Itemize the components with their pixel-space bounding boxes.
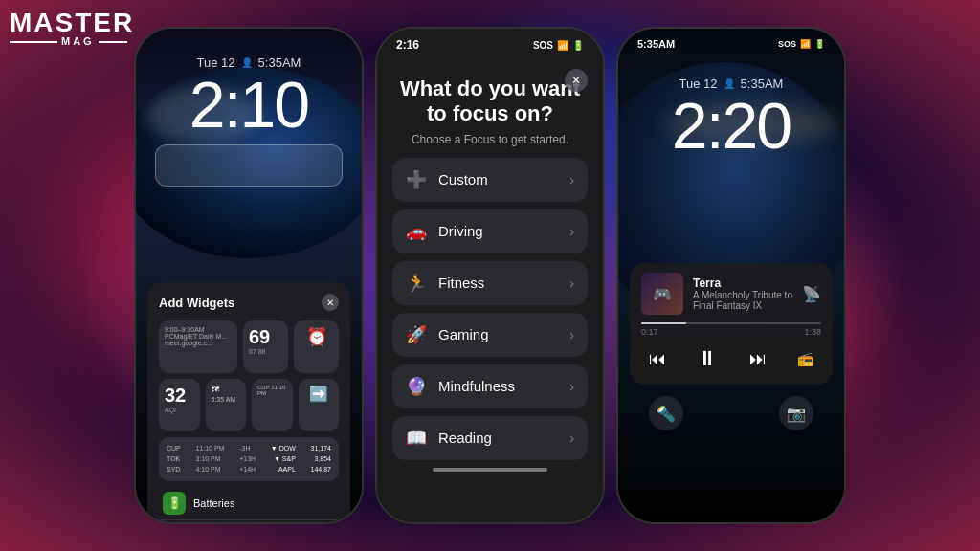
fitness-label: Fitness	[438, 275, 484, 291]
rewind-button[interactable]: ⏮	[649, 349, 666, 369]
custom-label: Custom	[438, 171, 488, 187]
phone2-signal: SOS	[533, 40, 553, 51]
custom-chevron: ›	[569, 172, 574, 187]
mindfulness-chevron: ›	[569, 379, 574, 394]
calendar-widget: 9:00–9:30AM PCMag/ET Daily M... meet.goo…	[159, 320, 237, 373]
phone1-widget-placeholder	[155, 144, 343, 187]
phone3-bottom-controls: 🔦 📷	[630, 385, 833, 442]
progress-total: 1:38	[804, 327, 821, 337]
close-focus-button[interactable]: ✕	[565, 69, 588, 92]
focus-item-fitness[interactable]: 🏃 Fitness ›	[392, 261, 588, 305]
event-url: meet.google.c...	[165, 340, 232, 346]
progress-fill	[641, 322, 686, 324]
progress-bar-container: 0:17 1:38	[641, 322, 821, 337]
batteries-icon: 🔋	[163, 492, 186, 515]
focus-item-gaming[interactable]: 🚀 Gaming ›	[392, 313, 588, 357]
phone-3: 5:35AM SOS 📶 🔋 Tue 12 👤 5:35AM 5:35AM 2:…	[616, 27, 846, 524]
phone3-status-icons: SOS 📶 🔋	[778, 39, 825, 49]
fast-forward-button[interactable]: ⏭	[749, 349, 767, 369]
player-controls: ⏮ ⏸ ⏭ 📻	[641, 342, 821, 375]
focus-item-mindfulness[interactable]: 🔮 Mindfulness ›	[392, 364, 588, 408]
airplay-speaker-button[interactable]: 📻	[797, 351, 813, 366]
gaming-chevron: ›	[569, 327, 574, 342]
reading-label: Reading	[438, 430, 492, 446]
phone2-time: 2:16	[396, 38, 419, 52]
progress-current: 0:17	[641, 327, 658, 337]
mindfulness-icon: 🔮	[406, 376, 427, 397]
phone-1: Tue 12 👤 5:35AM 2:10 Add Widgets ✕ 9:00–…	[134, 27, 364, 524]
phone3-status-time: 5:35AM	[637, 38, 675, 50]
temp-widget: 69 67 88	[243, 320, 288, 373]
panel-close-button[interactable]: ✕	[322, 294, 339, 311]
calendar-list-item[interactable]: 📅 Calendar	[159, 520, 339, 524]
song-info: Terra A Melancholy Tribute to Final Fant…	[693, 276, 792, 311]
stock-widget: CUP TOK SYD 11:10 PM 3:10 PM 4:10 PM -3H…	[159, 437, 339, 481]
focus-list: ➕ Custom › 🚗 Driving › 🏃 Fitness	[377, 158, 603, 460]
flashlight-button[interactable]: 🔦	[649, 396, 683, 430]
mastermag-logo: MASTER MAG	[10, 10, 134, 47]
focus-item-custom[interactable]: ➕ Custom ›	[392, 158, 588, 202]
mindfulness-label: Mindfulness	[438, 378, 515, 394]
batteries-list-item[interactable]: 🔋 Batteries	[159, 487, 339, 520]
airplay-button[interactable]: 📡	[802, 285, 821, 303]
phone-2: 2:16 SOS 📶 🔋 ✕ What do you want to focus…	[375, 27, 605, 524]
alarm-widget: ⏰	[294, 320, 339, 373]
now-playing-widget: 🎮 Terra A Melancholy Tribute to Final Fa…	[630, 263, 833, 385]
focus-subtitle: Choose a Focus to get started.	[396, 133, 584, 146]
focus-item-reading[interactable]: 📖 Reading ›	[392, 416, 588, 460]
phone3-date: Tue 12 👤 5:35AM 5:35AM	[630, 50, 833, 91]
song-title: Terra	[693, 276, 792, 290]
logo-master-text: MASTER	[10, 10, 134, 36]
aqi-widget: 32 AQI	[159, 379, 200, 431]
focus-title: What do you want to focus on?	[396, 77, 584, 127]
driving-icon: 🚗	[406, 221, 427, 242]
phone3-clock: 2:20	[630, 93, 833, 158]
driving-chevron: ›	[569, 224, 574, 239]
add-widgets-panel: Add Widgets ✕ 9:00–9:30AM PCMag/ET Daily…	[147, 282, 350, 524]
logo-mag-text: MAG	[61, 36, 95, 47]
phone2-status-bar: 2:16 SOS 📶 🔋	[377, 29, 603, 57]
gaming-icon: 🚀	[406, 324, 427, 345]
event-time: 9:00–9:30AM	[165, 326, 232, 333]
add-widgets-title: Add Widgets	[159, 296, 234, 310]
time-widget: 🗺 5:35 AM	[206, 379, 247, 431]
song-artist: A Melancholy Tribute to Final Fantasy IX	[693, 290, 792, 311]
fitness-icon: 🏃	[406, 273, 427, 294]
phone1-clock: 2:10	[147, 72, 350, 137]
gaming-label: Gaming	[438, 326, 489, 342]
progress-bar[interactable]	[641, 322, 821, 324]
cup-widget: CUP 11:10 PM	[252, 379, 293, 431]
event-title: PCMag/ET Daily M...	[165, 333, 232, 340]
home-indicator	[433, 468, 547, 472]
nav-widget: ➡️	[299, 379, 340, 431]
focus-item-driving[interactable]: 🚗 Driving ›	[392, 209, 588, 253]
batteries-label: Batteries	[193, 497, 234, 509]
phone1-date: Tue 12 👤 5:35AM	[147, 29, 350, 70]
camera-button[interactable]: 📷	[779, 396, 813, 430]
pause-button[interactable]: ⏸	[697, 346, 718, 371]
reading-chevron: ›	[569, 430, 574, 446]
album-art: 🎮	[641, 273, 683, 315]
phones-container: Tue 12 👤 5:35AM 2:10 Add Widgets ✕ 9:00–…	[134, 27, 846, 524]
reading-icon: 📖	[406, 428, 427, 449]
custom-icon: ➕	[406, 169, 427, 190]
driving-label: Driving	[438, 223, 483, 239]
temperature: 69	[249, 326, 282, 348]
fitness-chevron: ›	[569, 276, 574, 291]
